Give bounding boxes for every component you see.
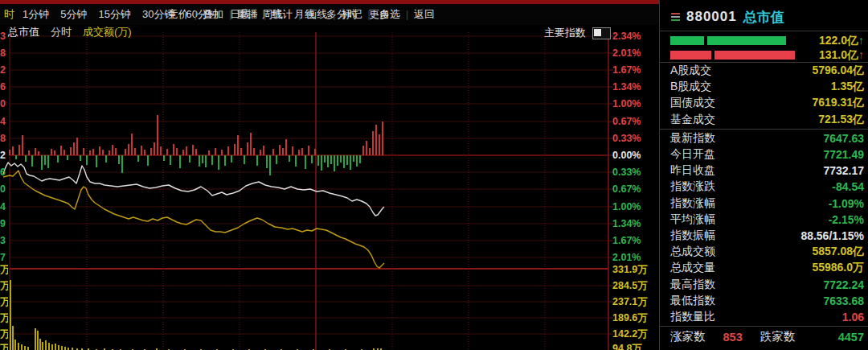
stat-label: 昨日收盘 (670, 163, 715, 178)
volume-axis-label: 142.2万 (612, 327, 648, 341)
legend-item[interactable]: 分时 (51, 25, 72, 39)
stat-value: 1.06 (842, 311, 864, 323)
down-count-label: 跌家数 (760, 329, 796, 344)
stat-label: 国债成交 (670, 96, 715, 110)
up-arrow-icon: ↑ (858, 34, 864, 47)
stat-value: 721.53亿 (818, 113, 864, 127)
stat-value: 88.56/1.15% (800, 229, 864, 242)
up-count-label: 涨家数 (670, 329, 706, 344)
volume-axis-fragment: 万 (0, 263, 8, 277)
quote-stat-row: 总成交额5857.08亿 (660, 244, 868, 260)
volume-axis-label: 331.9万 (612, 263, 648, 277)
volume-axis-label: 189.6万 (612, 311, 648, 325)
quote-stat-row: 今日开盘7721.49 (660, 146, 868, 163)
stat-label: 平均涨幅 (670, 212, 715, 227)
percent-axis-label: 0.67% (612, 116, 641, 127)
quote-stat-row: 最低指数7633.68 (660, 293, 868, 309)
quote-stats-list: A股成交5796.04亿B股成交1.35亿国债成交7619.31亿基金成交721… (660, 63, 868, 327)
legend-item[interactable]: 总市值 (8, 25, 39, 39)
advance-decline-row: 涨家数 853 跌家数 4457 (660, 329, 868, 344)
declining-money-amount: 131.0亿 (819, 48, 858, 61)
stat-label: 最高指数 (670, 278, 715, 292)
toggle-knob (594, 29, 601, 36)
stat-value: 7647.63 (823, 132, 864, 145)
index-axis-digit: 0 (0, 98, 8, 109)
quote-stat-row: 基金成交721.53亿 (660, 112, 868, 128)
up-count-value: 853 (723, 331, 743, 344)
stat-label: 总成交量 (670, 261, 715, 275)
stat-label: 基金成交 (670, 113, 715, 127)
quote-stat-row: 指数振幅88.56/1.15% (660, 228, 868, 244)
money-bar-segment (714, 51, 795, 60)
index-axis-digit: 6 (0, 81, 8, 93)
money-bar-segment (707, 36, 786, 45)
volume-axis-label: 237.1万 (612, 295, 648, 309)
index-axis-digit: 4 (0, 201, 8, 212)
index-axis-digit: 8 (0, 47, 8, 59)
quote-stat-row: 最新指数7647.63 (660, 130, 868, 146)
major-index-overlay-control: 主要指数 (544, 26, 611, 40)
percent-axis-label: 1.34% (612, 218, 641, 229)
percent-axis-label: 2.01% (612, 252, 641, 263)
index-axis-digit: 2 (0, 150, 8, 161)
stat-value: 7732.17 (823, 164, 864, 177)
stat-label: 最低指数 (670, 294, 715, 308)
stat-value: 5796.04亿 (812, 64, 864, 78)
intraday-chart-canvas[interactable] (0, 0, 659, 350)
menu-icon[interactable] (671, 13, 680, 21)
stat-value: -2.15% (829, 213, 864, 226)
up-arrow-icon: ↑ (858, 48, 864, 61)
index-axis-digit: 4 (0, 116, 8, 127)
stat-label: 总成交额 (670, 245, 715, 259)
stat-label: 指数量比 (670, 310, 715, 324)
quote-stat-row: B股成交1.35亿 (660, 79, 868, 95)
advancing-money-amount: 122.0亿 (819, 34, 858, 47)
major-index-label: 主要指数 (544, 26, 586, 40)
percent-axis-label: 1.34% (612, 81, 641, 93)
major-index-toggle[interactable] (592, 27, 611, 39)
quote-stat-row: A股成交5796.04亿 (660, 63, 868, 79)
volume-axis-fragment: 万 (0, 295, 8, 309)
percent-axis-label: 1.67% (612, 64, 641, 76)
quote-stat-row: 国债成交7619.31亿 (660, 95, 868, 111)
stock-index-intraday-screen: { "colors": {"red":"#e14444","green":"#2… (0, 0, 868, 350)
intraday-chart-area (0, 25, 659, 350)
advancing-money-value: 122.0亿↑ (819, 34, 864, 48)
quote-stat-row: 总成交量55986.0万 (660, 260, 868, 276)
stat-value: 7619.31亿 (812, 96, 864, 110)
percent-axis-label: 1.00% (612, 98, 641, 109)
index-axis-digit: 7 (0, 252, 8, 263)
percent-axis-label: 0.33% (612, 133, 641, 144)
stat-value: 7633.68 (823, 294, 864, 307)
percent-axis-label: 0.67% (612, 183, 641, 195)
index-axis-digit: 3 (0, 235, 8, 246)
money-bar-segment (670, 51, 711, 60)
index-axis-digit: 6 (0, 167, 8, 178)
declining-money-value: 131.0亿↑ (819, 48, 864, 63)
percent-axis-label: 2.01% (612, 47, 641, 59)
stat-value: 7721.49 (823, 148, 864, 161)
declining-money-bar (670, 51, 795, 60)
quote-stat-row: 指数涨幅-1.09% (660, 196, 868, 212)
stat-value: -1.09% (829, 197, 864, 210)
quote-panel-header[interactable]: 880001 总市值 (660, 6, 868, 28)
stat-label: A股成交 (670, 64, 711, 78)
money-bar-segment (670, 36, 704, 45)
stat-label: 指数涨幅 (670, 196, 715, 211)
percent-axis-label: 0.33% (612, 167, 641, 178)
index-axis-digit: 9 (0, 218, 8, 229)
stat-label: 今日开盘 (670, 147, 715, 162)
index-axis-digit: 3 (0, 31, 8, 42)
index-quote-panel: 880001 总市值 122.0亿↑ 131.0亿↑ A股成交5796.04亿B… (659, 0, 868, 350)
volume-axis-label: 94.8万 (612, 342, 642, 350)
volume-axis-label: 284.5万 (612, 279, 648, 293)
legend-item[interactable]: 成交额(万) (83, 25, 132, 39)
index-name: 总市值 (743, 8, 784, 27)
stat-value: -84.54 (832, 180, 864, 193)
volume-axis-fragment: 万 (0, 279, 8, 293)
quote-stat-row: 昨日收盘7732.17 (660, 163, 868, 179)
panel-divider (660, 31, 868, 31)
stat-value: 55986.0万 (812, 261, 864, 275)
index-axis-digit: 0 (0, 183, 8, 195)
panel-divider (660, 129, 868, 130)
